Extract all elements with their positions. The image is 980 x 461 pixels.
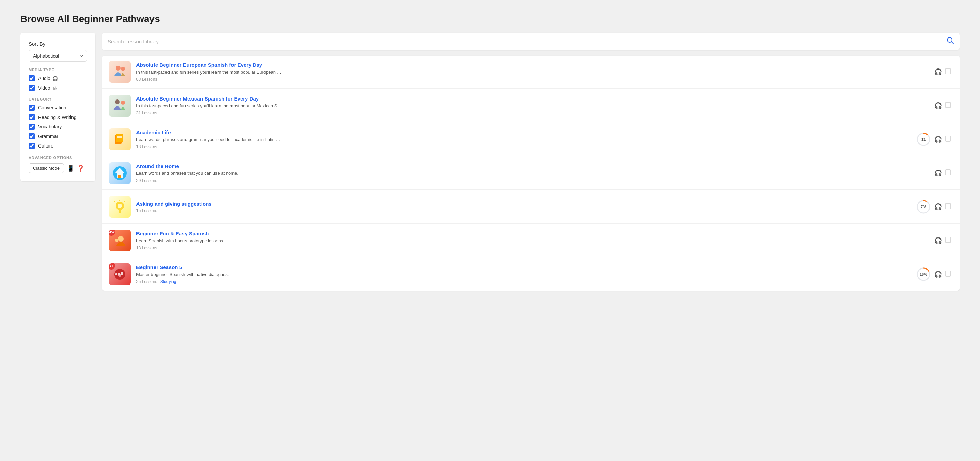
video-action-icon[interactable]	[945, 68, 953, 76]
course-info: Around the Home Learn words and phrases …	[136, 163, 929, 183]
course-info: Absolute Beginner European Spanish for E…	[136, 62, 929, 81]
audio-action-icon[interactable]: 🎧	[934, 237, 942, 244]
course-item: Absolute Beginner European Spanish for E…	[102, 56, 959, 89]
main-layout: Sort By Alphabetical Most Popular Recent…	[21, 33, 959, 290]
course-thumbnail	[109, 196, 131, 218]
filmstrip-icon: 📽	[52, 86, 57, 91]
audio-action-icon[interactable]: 🎧	[934, 136, 942, 143]
course-desc: Learn words, phrases and grammar you nee…	[136, 137, 910, 143]
course-title[interactable]: Absolute Beginner Mexican Spanish for Ev…	[136, 96, 929, 102]
studying-label: Studying	[160, 279, 176, 284]
main-content: Absolute Beginner European Spanish for E…	[102, 33, 959, 290]
media-type-audio: Audio 🎧	[29, 75, 87, 81]
grammar-checkbox[interactable]	[29, 133, 35, 139]
video-action-icon[interactable]	[945, 136, 953, 144]
category-reading-writing: Reading & Writing	[29, 114, 87, 120]
course-title[interactable]: Beginner Season 5	[136, 265, 910, 270]
svg-rect-32	[119, 210, 121, 213]
media-type-video: Video 📽	[29, 85, 87, 91]
course-lessons: 31 Lessons	[136, 111, 929, 115]
category-grammar: Grammar	[29, 133, 87, 139]
conversation-checkbox[interactable]	[29, 105, 35, 111]
audio-text: Audio	[38, 76, 50, 81]
course-title[interactable]: Beginner Fun & Easy Spanish	[136, 231, 929, 236]
advanced-label: ADVANCED OPTIONS	[29, 156, 87, 160]
course-actions: 🎧	[934, 169, 953, 177]
course-lessons: 25 Lessons	[136, 279, 157, 284]
course-title[interactable]: Around the Home	[136, 163, 929, 169]
video-checkbox[interactable]	[29, 85, 35, 91]
video-text: Video	[38, 85, 50, 91]
course-actions: 11 🎧	[916, 132, 953, 147]
search-input[interactable]	[108, 38, 943, 44]
course-thumbnail: S4	[109, 263, 131, 285]
culture-label: Culture	[38, 143, 53, 148]
course-desc: Master beginner Spanish with native dial…	[136, 271, 910, 278]
svg-rect-50	[115, 273, 118, 275]
search-bar	[102, 33, 959, 50]
classic-mode-button[interactable]: Classic Mode	[29, 163, 64, 173]
progress-percent: 16%	[920, 272, 927, 276]
search-icon[interactable]	[947, 37, 954, 46]
course-lessons: 63 Lessons	[136, 77, 929, 82]
course-actions: 🎧	[934, 68, 953, 76]
sort-label: Sort By	[29, 41, 87, 47]
sidebar: Sort By Alphabetical Most Popular Recent…	[21, 33, 95, 181]
audio-action-icon[interactable]: 🎧	[934, 169, 942, 177]
video-action-icon[interactable]	[945, 102, 953, 110]
video-action-icon[interactable]	[945, 203, 953, 211]
course-desc: In this fast-paced and fun series you'll…	[136, 69, 929, 75]
progress-circle: 16%	[916, 267, 931, 282]
svg-rect-15	[116, 134, 123, 142]
audio-action-icon[interactable]: 🎧	[934, 68, 942, 76]
video-action-icon[interactable]	[945, 237, 953, 245]
course-title[interactable]: Academic Life	[136, 129, 910, 135]
course-thumbnail: NEW	[109, 230, 131, 252]
audio-action-icon[interactable]: 🎧	[934, 271, 942, 278]
sort-select[interactable]: Alphabetical Most Popular Recently Added	[29, 50, 87, 62]
svg-line-35	[115, 201, 115, 203]
progress-percent: 7%	[921, 205, 926, 209]
vocabulary-checkbox[interactable]	[29, 124, 35, 130]
progress-circle: 11	[916, 132, 931, 147]
svg-line-34	[124, 201, 124, 203]
progress-circle: 7%	[916, 199, 931, 214]
course-item: Absolute Beginner Mexican Spanish for Ev…	[102, 89, 959, 122]
svg-rect-52	[121, 272, 123, 275]
course-thumbnail	[109, 61, 131, 83]
course-thumbnail	[109, 95, 131, 116]
classic-mode-row: Classic Mode 📱 ❓	[29, 163, 87, 173]
reading-writing-checkbox[interactable]	[29, 114, 35, 120]
svg-rect-26	[118, 175, 121, 177]
vocabulary-label: Vocabulary	[38, 124, 62, 129]
media-type-label: MEDIA TYPE	[29, 68, 87, 72]
course-item: Academic Life Learn words, phrases and g…	[102, 123, 959, 156]
course-lessons: 18 Lessons	[136, 145, 910, 149]
course-desc: In this fast-paced and fun series you'll…	[136, 103, 929, 109]
reading-writing-label: Reading & Writing	[38, 115, 76, 120]
culture-checkbox[interactable]	[29, 143, 35, 149]
course-title[interactable]: Asking and giving suggestions	[136, 201, 910, 207]
category-vocabulary: Vocabulary	[29, 124, 87, 130]
device-icon[interactable]: 📱	[67, 164, 74, 172]
svg-point-36	[118, 204, 122, 208]
course-meta-row: 25 Lessons Studying	[136, 279, 910, 284]
grammar-label: Grammar	[38, 134, 58, 139]
course-item: S4 Beginner Season 5 Master beginner Spa…	[102, 258, 959, 290]
course-actions: 🎧	[934, 237, 953, 245]
video-action-icon[interactable]	[945, 169, 953, 177]
audio-action-icon[interactable]: 🎧	[934, 102, 942, 109]
course-info: Beginner Season 5 Master beginner Spanis…	[136, 265, 910, 284]
svg-point-44	[115, 239, 118, 242]
course-list: Absolute Beginner European Spanish for E…	[102, 56, 959, 290]
course-desc: Learn words and phrases that you can use…	[136, 171, 929, 177]
progress-percent: 11	[921, 137, 926, 141]
help-icon[interactable]: ❓	[77, 164, 84, 172]
audio-action-icon[interactable]: 🎧	[934, 203, 942, 211]
course-info: Absolute Beginner Mexican Spanish for Ev…	[136, 96, 929, 115]
course-title[interactable]: Absolute Beginner European Spanish for E…	[136, 62, 929, 68]
video-action-icon[interactable]	[945, 271, 953, 278]
audio-checkbox[interactable]	[29, 75, 35, 81]
svg-point-8	[115, 99, 120, 104]
course-item: NEW Beginner Fun & Easy Spanish Learn Sp…	[102, 224, 959, 257]
